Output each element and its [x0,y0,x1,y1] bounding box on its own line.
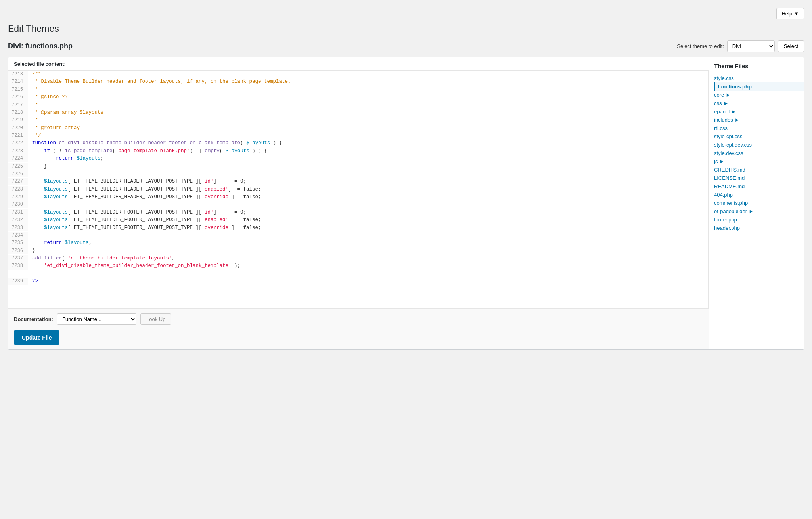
chevron-right-icon: ► [749,208,754,214]
code-line: 7227 $layouts[ ET_THEME_BUILDER_HEADER_L… [8,178,708,185]
theme-select-dropdown[interactable]: Divi [727,40,775,52]
sidebar-file[interactable]: style-cpt.css [714,132,804,141]
selected-file-label: Selected file content: [8,57,709,71]
code-line: 7219 * [8,116,708,124]
chevron-right-icon: ► [724,100,729,106]
code-line: 7220 * @return array [8,124,708,132]
file-title: Divi: functions.php [8,42,73,50]
sidebar-files: style.cssfunctions.phpcore►css►epanel►in… [714,74,804,232]
sidebar-file[interactable]: functions.php [714,82,804,91]
sidebar-folder[interactable]: epanel► [714,107,804,116]
sidebar-file[interactable]: footer.php [714,216,804,224]
code-line: 7222 function et_divi_disable_theme_buil… [8,139,708,147]
sidebar-file[interactable]: rtl.css [714,124,804,132]
folder-name: epanel [714,109,730,114]
sidebar-folder[interactable]: includes► [714,116,804,124]
chevron-right-icon: ► [726,92,731,98]
sidebar-file[interactable]: comments.php [714,199,804,207]
code-line: 7217 * [8,101,708,109]
code-line: 7230 [8,201,708,208]
code-line: 7224 return $layouts; [8,155,708,162]
update-file-button[interactable]: Update File [14,330,59,345]
sidebar-folder[interactable]: css► [714,99,804,107]
sidebar-folder[interactable]: core► [714,91,804,99]
sidebar-file[interactable]: header.php [714,224,804,232]
folder-name: core [714,92,724,98]
sidebar-file[interactable]: style.css [714,74,804,82]
code-line: 7215 * [8,86,708,93]
code-line: 7231 $layouts[ ET_THEME_BUILDER_FOOTER_L… [8,209,708,216]
code-line: 7223 if ( ! is_page_template('page-templ… [8,147,708,155]
code-line: 7216 * @since ?? [8,93,708,101]
sidebar-file[interactable]: LICENSE.md [714,174,804,182]
chevron-down-icon: ▼ [794,11,799,17]
sidebar-file[interactable]: style.dev.css [714,149,804,157]
chevron-right-icon: ► [731,109,736,114]
code-line: 7229 $layouts[ ET_THEME_BUILDER_HEADER_L… [8,193,708,201]
code-editor[interactable]: 7213 /** 7214 * Disable Theme Builder he… [8,71,709,308]
code-line: 7236 } [8,247,708,255]
folder-name: js [714,158,718,164]
documentation-label: Documentation: [14,316,53,322]
folder-name: css [714,100,722,106]
code-line: 7213 /** [8,71,708,78]
sidebar-folder[interactable]: js► [714,157,804,166]
code-line: 7214 * Disable Theme Builder header and … [8,78,708,86]
help-label: Help [781,11,792,17]
select-button[interactable]: Select [778,40,804,52]
code-line: 7235 return $layouts; [8,239,708,247]
code-line: 7228 $layouts[ ET_THEME_BUILDER_HEADER_L… [8,186,708,193]
code-line: 7221 */ [8,132,708,139]
code-line: 7238 'et_divi_disable_theme_builder_head… [8,262,708,270]
code-line: 7226 [8,170,708,178]
code-line: 7234 [8,232,708,239]
sidebar-title: Theme Files [714,63,804,69]
code-line: 7237 add_filter( 'et_theme_builder_templ… [8,255,708,262]
documentation-input[interactable]: Function Name... [57,313,136,325]
folder-name: et-pagebuilder [714,208,747,214]
help-button[interactable]: Help ▼ [776,8,804,19]
code-line: 7232 $layouts[ ET_THEME_BUILDER_FOOTER_L… [8,216,708,224]
sidebar-folder[interactable]: et-pagebuilder► [714,207,804,216]
sidebar-file[interactable]: CREDITS.md [714,166,804,174]
sidebar-file[interactable]: README.md [714,182,804,191]
chevron-right-icon: ► [735,117,740,123]
sidebar-file[interactable]: style-cpt.dev.css [714,141,804,149]
chevron-right-icon: ► [719,158,724,164]
page-title: Edit Themes [8,23,804,34]
theme-select-label: Select theme to edit: [677,43,724,49]
code-line: 7233 $layouts[ ET_THEME_BUILDER_FOOTER_L… [8,224,708,232]
code-line: 7225 } [8,163,708,170]
folder-name: includes [714,117,733,123]
code-line: 7239 ?> [8,278,708,285]
lookup-button[interactable]: Look Up [140,313,171,325]
code-line: 7218 * @param array $layouts [8,109,708,116]
code-line [8,270,708,278]
theme-files-sidebar: Theme Files style.cssfunctions.phpcore►c… [709,57,804,349]
sidebar-file[interactable]: 404.php [714,191,804,199]
